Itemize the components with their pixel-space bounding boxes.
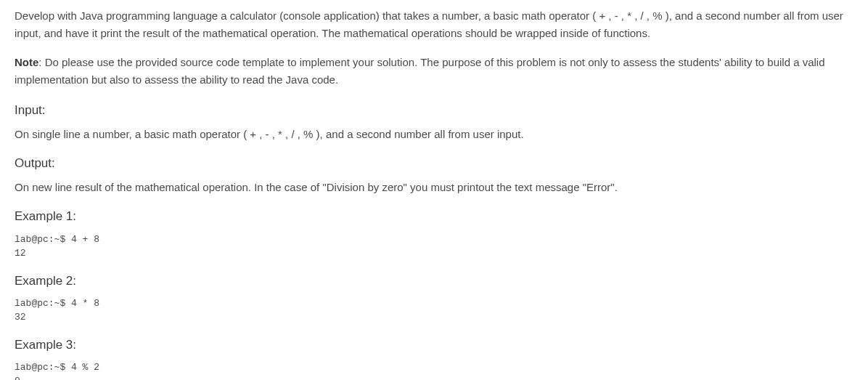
problem-description-paragraph: Develop with Java programming language a… (15, 7, 853, 42)
input-description: On single line a number, a basic math op… (15, 126, 853, 143)
problem-note-paragraph: Note: Do please use the provided source … (15, 54, 853, 89)
input-heading: Input: (15, 100, 853, 120)
example-3-code: lab@pc:~$ 4 % 2 0 (15, 360, 853, 380)
example-1-code: lab@pc:~$ 4 + 8 12 (15, 233, 853, 261)
output-heading: Output: (15, 153, 853, 173)
example-1-code-text: lab@pc:~$ 4 + 8 12 (15, 234, 99, 259)
output-description: On new line result of the mathematical o… (15, 179, 853, 196)
example-3-heading: Example 3: (15, 335, 853, 355)
example-2-code-text: lab@pc:~$ 4 * 8 32 (15, 298, 99, 323)
example-3-code-text: lab@pc:~$ 4 % 2 0 (15, 362, 99, 380)
note-label: Note (15, 56, 38, 68)
note-text: : Do please use the provided source code… (15, 56, 825, 86)
example-1-heading: Example 1: (15, 206, 853, 226)
example-2-code: lab@pc:~$ 4 * 8 32 (15, 296, 853, 325)
example-2-heading: Example 2: (15, 271, 853, 291)
